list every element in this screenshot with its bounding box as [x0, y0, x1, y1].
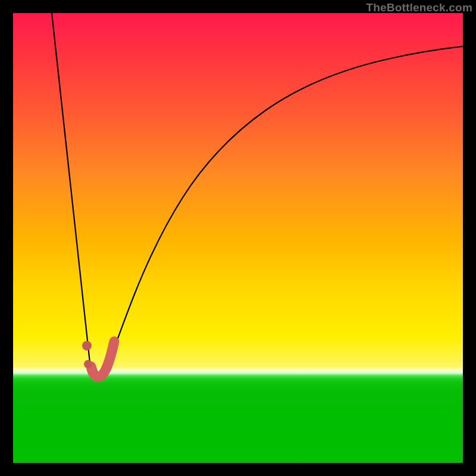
accent-j-stroke [91, 342, 114, 377]
upper-dot-icon [82, 341, 92, 350]
lower-dot-icon [84, 360, 92, 368]
curve-layer [13, 13, 463, 463]
curve-right [107, 46, 463, 368]
plot-frame [13, 13, 463, 463]
watermark-text: TheBottleneck.com [366, 1, 472, 14]
curve-left [52, 13, 107, 377]
